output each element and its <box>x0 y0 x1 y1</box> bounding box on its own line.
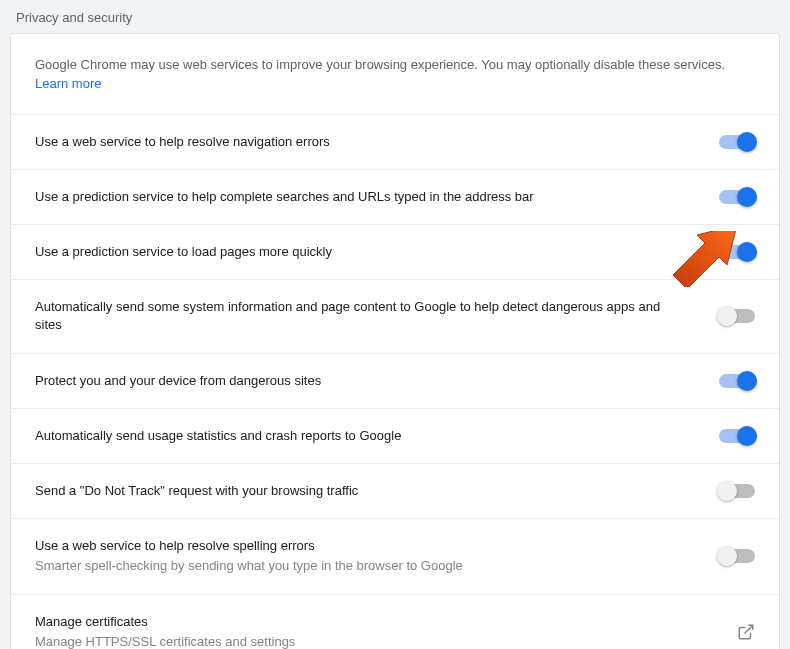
toggle-spelling[interactable] <box>719 549 755 563</box>
setting-row-send-system-info: Automatically send some system informati… <box>11 280 779 353</box>
svg-line-0 <box>745 625 753 633</box>
toggle-do-not-track[interactable] <box>719 484 755 498</box>
toggle-prediction-search[interactable] <box>719 190 755 204</box>
row-title: Use a web service to help resolve spelli… <box>35 537 689 555</box>
setting-row-protect-device: Protect you and your device from dangero… <box>11 354 779 409</box>
row-text: Manage certificates Manage HTTPS/SSL cer… <box>35 613 737 649</box>
toggle-send-system-info[interactable] <box>719 309 755 323</box>
toggle-knob <box>737 371 757 391</box>
row-subtitle: Manage HTTPS/SSL certificates and settin… <box>35 633 707 649</box>
row-text: Protect you and your device from dangero… <box>35 372 719 390</box>
settings-card: Google Chrome may use web services to im… <box>10 33 780 649</box>
row-title: Manage certificates <box>35 613 707 631</box>
toggle-knob <box>717 546 737 566</box>
row-title: Use a web service to help resolve naviga… <box>35 133 689 151</box>
row-title: Automatically send some system informati… <box>35 298 689 334</box>
toggle-knob <box>737 242 757 262</box>
row-title: Use a prediction service to load pages m… <box>35 243 689 261</box>
row-title: Use a prediction service to help complet… <box>35 188 689 206</box>
toggle-knob <box>737 187 757 207</box>
setting-row-usage-stats: Automatically send usage statistics and … <box>11 409 779 464</box>
toggle-nav-errors[interactable] <box>719 135 755 149</box>
row-text: Use a web service to help resolve naviga… <box>35 133 719 151</box>
setting-row-do-not-track: Send a "Do Not Track" request with your … <box>11 464 779 519</box>
intro-block: Google Chrome may use web services to im… <box>11 34 779 115</box>
setting-row-spelling: Use a web service to help resolve spelli… <box>11 519 779 594</box>
setting-row-nav-errors: Use a web service to help resolve naviga… <box>11 115 779 170</box>
row-text: Automatically send some system informati… <box>35 298 719 334</box>
row-subtitle: Smarter spell-checking by sending what y… <box>35 557 689 575</box>
row-text: Send a "Do Not Track" request with your … <box>35 482 719 500</box>
intro-text: Google Chrome may use web services to im… <box>35 57 725 72</box>
row-text: Use a prediction service to load pages m… <box>35 243 719 261</box>
row-text: Use a prediction service to help complet… <box>35 188 719 206</box>
row-title: Automatically send usage statistics and … <box>35 427 689 445</box>
row-text: Automatically send usage statistics and … <box>35 427 719 445</box>
section-title: Privacy and security <box>16 10 132 25</box>
external-link-icon[interactable] <box>737 623 755 641</box>
toggle-knob <box>737 426 757 446</box>
section-header: Privacy and security <box>0 0 790 33</box>
learn-more-link[interactable]: Learn more <box>35 76 101 91</box>
toggle-knob <box>737 132 757 152</box>
setting-row-prediction-load: Use a prediction service to load pages m… <box>11 225 779 280</box>
row-title: Protect you and your device from dangero… <box>35 372 689 390</box>
setting-row-manage-certificates[interactable]: Manage certificates Manage HTTPS/SSL cer… <box>11 595 779 649</box>
row-text: Use a web service to help resolve spelli… <box>35 537 719 575</box>
toggle-prediction-load[interactable] <box>719 245 755 259</box>
toggle-knob <box>717 481 737 501</box>
toggle-knob <box>717 306 737 326</box>
toggle-protect-device[interactable] <box>719 374 755 388</box>
toggle-usage-stats[interactable] <box>719 429 755 443</box>
setting-row-prediction-search: Use a prediction service to help complet… <box>11 170 779 225</box>
row-title: Send a "Do Not Track" request with your … <box>35 482 689 500</box>
